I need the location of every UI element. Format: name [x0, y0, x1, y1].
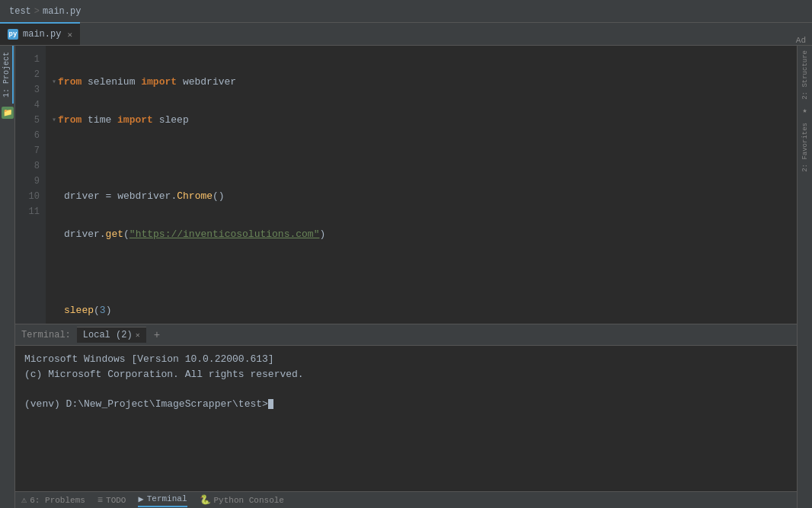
- line-numbers: 1 2 3 4 5 6 7 8 9 10 11: [15, 46, 46, 324]
- code-line-5: driver.get("https://inventicosolutions.c…: [52, 227, 797, 242]
- todo-tab[interactable]: ≡ TODO: [98, 495, 126, 506]
- code-line-2: ▾from time import sleep: [52, 113, 797, 128]
- code-editor[interactable]: 1 2 3 4 5 6 7 8 9 10 11 ▾from selenium i…: [15, 46, 797, 324]
- terminal-line-2: (c) Microsoft Corporation. All rights re…: [24, 367, 788, 382]
- project-icon[interactable]: 📁: [2, 107, 14, 119]
- editor-container: 1 2 3 4 5 6 7 8 9 10 11 ▾from selenium i…: [15, 46, 797, 508]
- terminal-section: Terminal: Local (2) ✕ + Microsoft Window…: [15, 324, 797, 491]
- terminal-content[interactable]: Microsoft Windows [Version 10.0.22000.61…: [15, 346, 797, 491]
- add-terminal-tab-button[interactable]: +: [149, 327, 165, 343]
- python-file-icon: py: [8, 29, 18, 40]
- terminal-status-icon: ▶: [138, 494, 143, 505]
- code-line-3: [52, 151, 797, 166]
- problems-tab[interactable]: ⚠ 6: Problems: [21, 494, 85, 506]
- fold-icon-1[interactable]: ▾: [52, 75, 56, 90]
- tab-bar: test > main.py: [0, 0, 812, 23]
- sidebar-item-project[interactable]: 1: Project: [1, 46, 14, 104]
- sidebar-left: 1: Project 📁: [0, 46, 15, 508]
- todo-label: TODO: [106, 496, 126, 505]
- todo-icon: ≡: [98, 495, 103, 506]
- sidebar-item-structure[interactable]: 2: Structure: [800, 46, 810, 104]
- file-tab-label: main.py: [23, 29, 61, 40]
- breadcrumb: test > main.py: [3, 6, 87, 17]
- problems-label: 6: Problems: [30, 496, 85, 505]
- sidebar-item-favorites[interactable]: 2: Favorites: [800, 118, 810, 177]
- terminal-prompt-line: (venv) D:\New_Project\ImageScrapper\test…: [24, 397, 788, 412]
- sidebar-right: 2: Structure ★ 2: Favorites: [797, 46, 812, 508]
- problems-icon: ⚠: [21, 494, 27, 506]
- code-line-1: ▾from selenium import webdriver: [52, 75, 797, 90]
- breadcrumb-file: main.py: [43, 6, 81, 17]
- terminal-label: Terminal:: [21, 330, 71, 340]
- terminal-tab-name: Local (2): [83, 330, 133, 340]
- terminal-status-label: Terminal: [147, 494, 187, 503]
- close-tab-button[interactable]: ✕: [67, 30, 72, 40]
- star-icon[interactable]: ★: [800, 106, 810, 117]
- python-console-tab[interactable]: 🐍 Python Console: [200, 494, 284, 506]
- terminal-tab-local[interactable]: Local (2) ✕: [77, 327, 146, 343]
- terminal-tab-close[interactable]: ✕: [136, 331, 140, 340]
- file-tab-bar: py main.py ✕ Ad: [0, 23, 812, 46]
- ad-button[interactable]: Ad: [790, 36, 812, 45]
- code-line-7: sleep(3): [52, 303, 797, 318]
- code-line-6: [52, 265, 797, 280]
- main-area: 1: Project 📁 1 2 3 4 5 6 7 8 9 10 11 ▾fr…: [0, 46, 812, 508]
- breadcrumb-separator: >: [34, 6, 40, 17]
- python-console-label: Python Console: [214, 496, 284, 505]
- code-line-4: driver = webdriver.Chrome(): [52, 189, 797, 204]
- terminal-status-tab[interactable]: ▶ Terminal: [138, 494, 187, 507]
- terminal-cursor: [268, 399, 273, 409]
- terminal-line-3: [24, 382, 788, 397]
- python-console-icon: 🐍: [200, 494, 211, 506]
- fold-icon-2[interactable]: ▾: [52, 113, 56, 128]
- terminal-line-1: Microsoft Windows [Version 10.0.22000.61…: [24, 352, 788, 367]
- file-tab-main-py[interactable]: py main.py ✕: [0, 22, 80, 45]
- terminal-tab-bar: Terminal: Local (2) ✕ +: [15, 324, 797, 346]
- code-content[interactable]: ▾from selenium import webdriver ▾from ti…: [46, 46, 797, 324]
- terminal-prompt-text: (venv) D:\New_Project\ImageScrapper\test…: [24, 398, 268, 410]
- status-bar: ⚠ 6: Problems ≡ TODO ▶ Terminal 🐍 Python…: [15, 491, 797, 508]
- breadcrumb-project[interactable]: test: [9, 6, 31, 17]
